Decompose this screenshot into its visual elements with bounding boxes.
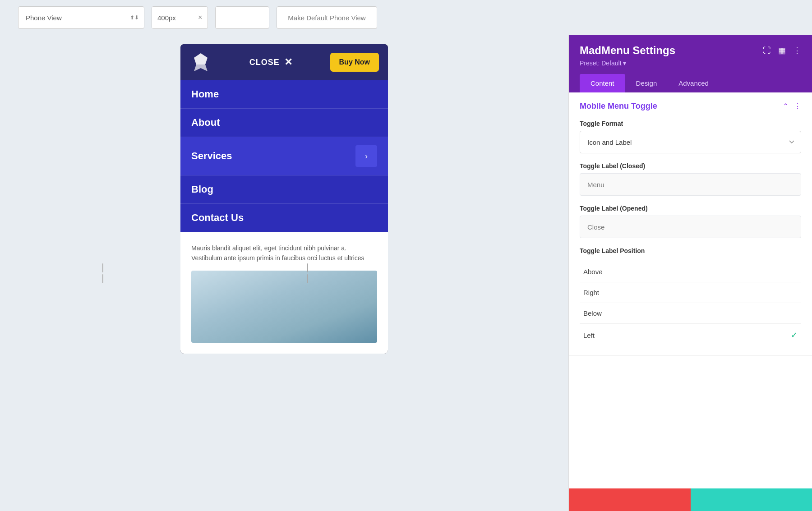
more-options-icon[interactable]: ⋮: [793, 46, 801, 55]
handle-line-3: [307, 263, 308, 272]
nav-item-services-arrow-icon: ›: [365, 152, 368, 161]
toggle-format-label: Toggle Format: [580, 120, 801, 127]
handle-line-1: [102, 263, 103, 272]
settings-section-toggle: Mobile Menu Toggle ⌃ ⋮ Toggle Format Ico…: [569, 92, 812, 356]
position-right-label: Right: [583, 289, 599, 296]
submenu-indicator: ›: [355, 145, 377, 167]
settings-panel: MadMenu Settings ⛶ ▦ ⋮ Preset: Default ▾…: [568, 35, 812, 511]
toggle-format-field: Toggle Format Icon and Label Icon Only L…: [580, 120, 801, 153]
nav-item-about-label: About: [191, 117, 220, 129]
position-left-check-icon: ✓: [791, 330, 798, 340]
position-left-label: Left: [583, 331, 595, 339]
fullscreen-icon[interactable]: ⛶: [763, 46, 771, 55]
px-clear-button[interactable]: ×: [193, 7, 208, 28]
handle-line-2: [102, 274, 103, 283]
px-extra-input[interactable]: [215, 6, 269, 29]
toggle-label-closed-field: Toggle Label (Closed): [580, 162, 801, 196]
columns-icon[interactable]: ▦: [778, 46, 786, 55]
main-area: CLOSE ✕ Buy Now Home About Services ›: [0, 35, 812, 511]
nav-item-home[interactable]: Home: [180, 80, 388, 109]
phone-header: CLOSE ✕ Buy Now: [180, 44, 388, 80]
bottom-bar: [569, 488, 812, 511]
section-collapse-icon[interactable]: ⌃: [783, 102, 789, 110]
bottom-bar-red: [569, 488, 691, 511]
bottom-bar-teal: [691, 488, 812, 511]
view-select-wrapper: Phone View ⬆⬇: [18, 6, 144, 29]
preview-area: CLOSE ✕ Buy Now Home About Services ›: [0, 35, 568, 511]
settings-title: MadMenu Settings: [580, 44, 675, 57]
nav-item-blog[interactable]: Blog: [180, 175, 388, 204]
position-option-left[interactable]: Left ✓: [580, 324, 801, 346]
phone-body: Mauris blandit aliquet elit, eget tincid…: [180, 232, 388, 354]
toggle-label-closed-input[interactable]: [580, 173, 801, 196]
toggle-label-position-field: Toggle Label Position Above Right Below …: [580, 247, 801, 346]
handle-line-4: [307, 274, 308, 283]
resize-handle-right[interactable]: [304, 260, 311, 287]
position-option-right[interactable]: Right: [580, 282, 801, 303]
make-default-button[interactable]: Make Default Phone View: [277, 6, 377, 29]
tab-content[interactable]: Content: [580, 74, 625, 92]
position-above-label: Above: [583, 268, 603, 276]
px-input[interactable]: [152, 7, 193, 28]
resize-handle-left[interactable]: [99, 260, 106, 287]
tab-design[interactable]: Design: [625, 74, 668, 92]
position-below-label: Below: [583, 309, 602, 317]
settings-preset[interactable]: Preset: Default ▾: [580, 60, 801, 67]
phone-close-button[interactable]: CLOSE ✕: [249, 56, 293, 68]
position-option-above[interactable]: Above: [580, 262, 801, 282]
settings-header-icons: ⛶ ▦ ⋮: [763, 46, 801, 55]
px-input-group: ×: [152, 6, 208, 29]
position-options: Above Right Below Left ✓: [580, 262, 801, 346]
tab-advanced[interactable]: Advanced: [668, 74, 720, 92]
section-title: Mobile Menu Toggle: [580, 101, 657, 111]
toggle-label-opened-label: Toggle Label (Opened): [580, 205, 801, 212]
section-more-icon[interactable]: ⋮: [794, 102, 801, 110]
phone-mockup: CLOSE ✕ Buy Now Home About Services ›: [180, 44, 388, 354]
buy-now-button[interactable]: Buy Now: [330, 53, 379, 72]
toggle-format-select[interactable]: Icon and Label Icon Only Label Only: [580, 131, 801, 153]
nav-item-services-label: Services: [191, 150, 232, 162]
settings-header: MadMenu Settings ⛶ ▦ ⋮ Preset: Default ▾…: [569, 35, 812, 92]
view-select[interactable]: Phone View: [18, 6, 144, 29]
settings-tabs: Content Design Advanced: [580, 74, 801, 92]
phone-logo-icon: [189, 51, 212, 74]
nav-item-about[interactable]: About: [180, 109, 388, 137]
section-header: Mobile Menu Toggle ⌃ ⋮: [580, 101, 801, 111]
nav-item-services[interactable]: Services ›: [180, 137, 388, 175]
toggle-label-closed-label: Toggle Label (Closed): [580, 162, 801, 170]
phone-body-text: Mauris blandit aliquet elit, eget tincid…: [191, 243, 377, 263]
top-toolbar: Phone View ⬆⬇ × Make Default Phone View: [0, 0, 812, 35]
nav-item-contact-label: Contact Us: [191, 212, 244, 224]
close-x-icon: ✕: [284, 56, 293, 68]
toggle-label-position-label: Toggle Label Position: [580, 247, 801, 254]
nav-item-home-label: Home: [191, 88, 219, 100]
settings-body: Mobile Menu Toggle ⌃ ⋮ Toggle Format Ico…: [569, 92, 812, 488]
nav-item-blog-label: Blog: [191, 184, 213, 195]
section-icons: ⌃ ⋮: [783, 102, 801, 110]
settings-title-row: MadMenu Settings ⛶ ▦ ⋮: [580, 44, 801, 57]
nav-item-contact[interactable]: Contact Us: [180, 204, 388, 232]
toggle-label-opened-field: Toggle Label (Opened): [580, 205, 801, 238]
nav-menu: Home About Services › Blog Contact Us: [180, 80, 388, 232]
position-option-below[interactable]: Below: [580, 303, 801, 324]
phone-image-inner: [191, 271, 377, 343]
close-label: CLOSE: [249, 58, 280, 67]
phone-image-placeholder: [191, 271, 377, 343]
toggle-label-opened-input[interactable]: [580, 216, 801, 238]
